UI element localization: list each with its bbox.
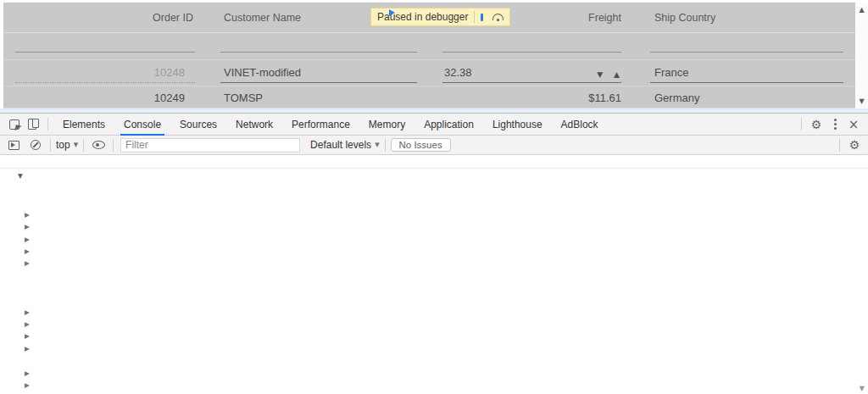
no-issues-button[interactable]: No Issues xyxy=(391,138,451,152)
divider xyxy=(839,139,840,152)
edit-cell-customer-name: VINET-modified xyxy=(220,61,417,86)
devtools-tab-bar: Elements Console Sources Network Perform… xyxy=(0,114,868,136)
console-property-row: ▶foreignKeyData: {} xyxy=(0,246,868,258)
log-levels-dropdown[interactable]: Default levels▼ xyxy=(310,139,379,151)
devtools-tab[interactable]: Lighthouse xyxy=(483,114,552,136)
ship-country-input[interactable]: France xyxy=(650,64,843,83)
edit-cell-freight: 32.38 ▼ ▲ xyxy=(442,61,621,86)
cell-order-id: 10249 xyxy=(15,87,195,108)
freight-spinner: ▼ ▲ xyxy=(597,71,620,79)
expand-triangle-icon[interactable]: ▶ xyxy=(25,221,33,233)
page-scrollbar[interactable]: ▲ ▼ xyxy=(855,3,868,108)
filter-cell-customer-name xyxy=(220,34,417,59)
devtools-tab[interactable]: Memory xyxy=(359,114,415,136)
divider xyxy=(801,118,802,130)
edit-cell-ship-country: France xyxy=(650,61,843,86)
web-page: Order ID Customer Name Freight Ship Coun… xyxy=(0,0,868,113)
console-property-row: ▶rowData: {OrderID: 10248, CustomerID: "… xyxy=(0,379,868,391)
filter-input-customer-name[interactable] xyxy=(220,52,417,53)
device-toolbar-icon[interactable] xyxy=(24,116,42,133)
expand-triangle-icon[interactable]: ▶ xyxy=(25,307,33,319)
console-property-row: ▶previousData: {OrderID: 10248, Customer… xyxy=(0,306,868,318)
screen: Order ID Customer Name Freight Ship Coun… xyxy=(0,0,868,394)
filter-input-order-id[interactable] xyxy=(15,52,195,53)
expand-triangle-icon[interactable]: ▶ xyxy=(25,319,33,330)
resume-script-icon[interactable] xyxy=(481,14,484,21)
divider xyxy=(83,139,84,152)
chevron-down-icon: ▼ xyxy=(375,142,379,148)
devtools-tab[interactable]: Sources xyxy=(170,114,226,136)
console-property-row: ▶primaryKeyValue: [10248] xyxy=(0,330,868,342)
spinner-up-icon[interactable]: ▲ xyxy=(614,71,620,79)
devtools-tab[interactable]: Performance xyxy=(282,114,359,136)
devtools-close-icon[interactable]: × xyxy=(844,116,863,133)
filter-cell-ship-country xyxy=(650,34,843,59)
console-sidebar-icon[interactable] xyxy=(4,136,23,153)
step-over-icon[interactable] xyxy=(492,14,504,20)
console-toolbar: top▼ Default levels▼ No Issues ⚙ xyxy=(0,136,868,155)
paused-in-debugger-banner: Paused in debugger xyxy=(370,8,510,26)
console-property-row: key: "OrderID" xyxy=(0,282,868,294)
column-header-order-id[interactable]: Order ID xyxy=(15,3,195,32)
expand-triangle-icon[interactable]: ▶ xyxy=(25,330,33,342)
console-property-row: cancel: false xyxy=(0,197,868,208)
spinner-down-icon[interactable]: ▼ xyxy=(597,71,603,79)
order-id-input-disabled: 10248 xyxy=(15,64,195,83)
inspect-element-icon[interactable] xyxy=(5,116,24,133)
grid-row-10249[interactable]: 10249 TOMSP $11.61 Germany xyxy=(3,87,855,108)
banner-divider xyxy=(474,11,475,23)
console-filter-input[interactable] xyxy=(120,138,300,153)
console-property-row: ▶data: {OrderID: 10248, CustomerID: "VIN… xyxy=(0,221,868,233)
console-property-row: ▶primaryKey: ["OrderID"] xyxy=(0,319,868,330)
customer-name-input[interactable]: VINET-modified xyxy=(220,64,417,83)
devtools-tab[interactable]: AdBlock xyxy=(552,114,608,136)
divider xyxy=(47,118,48,130)
console-result-line: <·▼{primaryKey: Array(1), primaryKeyValu… xyxy=(0,169,868,181)
devtools-panel: Elements Console Sources Network Perform… xyxy=(0,113,868,394)
devtools-menu-kebab-icon[interactable] xyxy=(826,116,844,133)
console-output[interactable]: >action.payload <·▼{primaryKey: Array(1)… xyxy=(0,155,868,394)
console-property-row: ▶cancelEdit: ƒ () xyxy=(0,209,868,221)
cell-ship-country: Germany xyxy=(650,87,843,108)
devtools-tab[interactable]: Network xyxy=(226,114,282,136)
console-property-row: ▶promise: Promise {<pending>} xyxy=(0,342,868,354)
expand-triangle-icon[interactable]: ▶ xyxy=(25,343,33,355)
grid-edited-row: 10248 VINET-modified 32.38 ▼ ▲ France xyxy=(3,61,855,86)
cell-customer-name: TOMSP xyxy=(220,87,417,108)
chevron-down-icon: ▼ xyxy=(74,142,78,148)
divider xyxy=(113,139,114,152)
expand-triangle-icon[interactable]: ▶ xyxy=(25,234,33,246)
column-header-ship-country[interactable]: Ship Country xyxy=(650,3,843,32)
expand-triangle-icon[interactable]: ▶ xyxy=(25,380,33,391)
console-property-row: ▶row: tr.e-row.e-editedrow xyxy=(0,367,868,379)
collapse-triangle-icon[interactable]: ▼ xyxy=(18,170,23,182)
filter-cell-freight xyxy=(442,34,621,59)
devtools-tab[interactable]: Application xyxy=(415,114,483,136)
cell-freight: $11.61 xyxy=(442,87,621,108)
scroll-up-icon[interactable]: ▲ xyxy=(855,6,868,14)
divider xyxy=(385,139,386,152)
expand-triangle-icon[interactable]: ▶ xyxy=(25,368,33,380)
console-property-row: ▶form: form#grid_1821633465_0EditForm.e-… xyxy=(0,258,868,269)
console-property-row: isScroll: false xyxy=(0,269,868,281)
edit-cell-order-id: 10248 xyxy=(15,61,195,86)
console-scroll-down-icon[interactable]: ▼ xyxy=(860,385,865,392)
devtools-settings-gear-icon[interactable]: ⚙ xyxy=(807,116,826,133)
scroll-down-icon[interactable]: ▼ xyxy=(855,97,868,105)
execution-context-dropdown[interactable]: top▼ xyxy=(56,139,78,151)
console-property-row: requestType: "save" xyxy=(0,355,868,367)
expand-triangle-icon[interactable]: ▶ xyxy=(25,209,33,221)
filter-input-freight[interactable] xyxy=(442,52,621,53)
console-settings-gear-icon[interactable]: ⚙ xyxy=(845,136,864,153)
console-property-row: name: "dataSourceChanged" xyxy=(0,294,868,306)
console-command-line: >action.payload xyxy=(0,155,868,169)
devtools-tab[interactable]: Console xyxy=(114,114,170,136)
devtools-tab[interactable]: Elements xyxy=(53,114,114,136)
filter-input-ship-country[interactable] xyxy=(650,52,843,53)
expand-triangle-icon[interactable]: ▶ xyxy=(25,258,33,269)
live-expression-eye-icon[interactable] xyxy=(89,136,108,153)
freight-numeric-input[interactable]: 32.38 xyxy=(442,64,621,83)
clear-console-icon[interactable] xyxy=(26,136,45,153)
console-property-row: ▶endEdit: ƒ () xyxy=(0,233,868,245)
expand-triangle-icon[interactable]: ▶ xyxy=(25,246,33,258)
